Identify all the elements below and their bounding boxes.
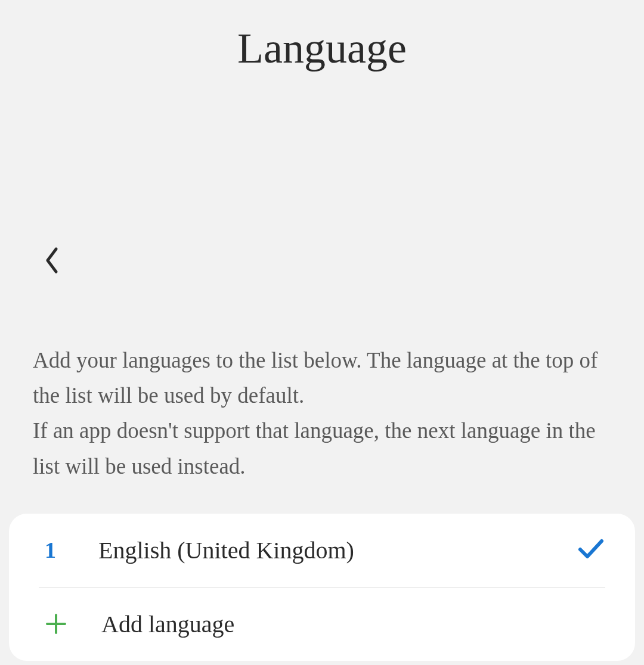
description-text: Add your languages to the list below. Th… [0,283,644,484]
language-name: English (United Kingdom) [80,536,577,564]
language-rank: 1 [45,537,80,563]
check-icon [577,537,605,563]
add-language-button[interactable]: Add language [9,588,635,661]
language-item[interactable]: 1 English (United Kingdom) [9,514,635,587]
back-button[interactable] [36,240,68,283]
language-list-card: 1 English (United Kingdom) Add language [9,514,635,661]
add-language-label: Add language [80,610,234,638]
plus-icon [45,613,80,635]
page-title: Language [0,24,644,73]
chevron-left-icon [42,266,62,276]
